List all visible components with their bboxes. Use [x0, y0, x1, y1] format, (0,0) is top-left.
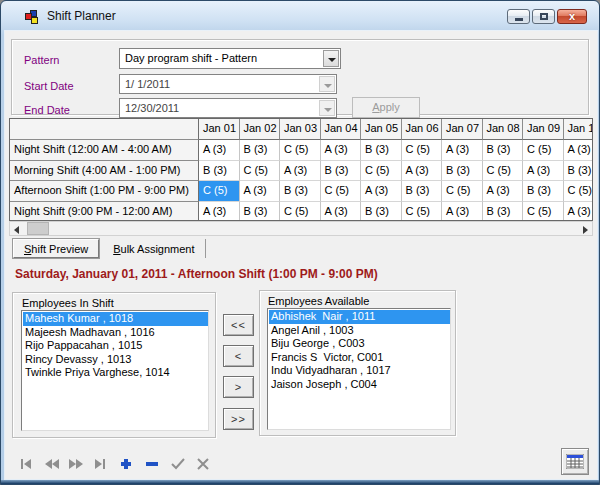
grid-cell[interactable]: C (5) [523, 202, 564, 222]
grid-cell[interactable]: C (5) [402, 202, 443, 222]
grid-cell[interactable]: A (3) [321, 140, 362, 161]
shift-schedule-grid[interactable]: Jan 01Jan 02Jan 03Jan 04Jan 05Jan 06Jan … [9, 118, 593, 221]
grid-cell[interactable]: C (5) [442, 181, 483, 202]
grid-row-label[interactable]: Night Shift (12:00 AM - 4:00 AM) [10, 140, 199, 161]
grid-column-header[interactable]: Jan 02 [240, 119, 281, 140]
grid-cell[interactable]: B (3) [402, 181, 443, 202]
grid-corner-cell [10, 119, 199, 140]
list-item[interactable]: Rijo Pappacahan , 1015 [23, 339, 208, 353]
grid-cell[interactable]: A (3) [442, 202, 483, 222]
list-item[interactable]: Indu Vidyadharan , 1017 [269, 364, 450, 378]
minimize-button[interactable] [507, 9, 530, 24]
grid-cell[interactable]: C (5) [523, 140, 564, 161]
employees-available-listbox[interactable]: Abhishek Nair , 1011Angel Anil , 1003Bij… [267, 308, 451, 430]
grid-column-header[interactable]: Jan 08 [483, 119, 524, 140]
nav-first-record-icon[interactable] [18, 455, 36, 473]
employees-in-shift-listbox[interactable]: Mahesh Kumar , 1018Majeesh Madhavan , 10… [21, 310, 209, 431]
move-right-button[interactable]: > [223, 376, 254, 398]
grid-cell[interactable]: B (3) [361, 140, 402, 161]
list-item[interactable]: Biju George , C003 [269, 337, 450, 351]
pattern-dropdown-button[interactable] [323, 50, 339, 67]
start-date-picker[interactable]: 1/ 1/2011 [119, 74, 337, 94]
add-record-icon[interactable] [117, 455, 135, 473]
grid-cell[interactable]: A (3) [280, 161, 321, 182]
scroll-right-arrow-icon[interactable] [577, 222, 592, 235]
grid-cell[interactable]: B (3) [280, 181, 321, 202]
grid-column-header[interactable]: Jan 03 [280, 119, 321, 140]
nav-previous-page-icon[interactable] [43, 455, 61, 473]
grid-row-label[interactable]: Afternoon Shift (1:00 PM - 9:00 PM) [10, 181, 199, 202]
list-item[interactable]: Jaison Joseph , C004 [269, 378, 450, 392]
grid-column-header[interactable]: Jan 06 [402, 119, 443, 140]
tab-bulk-assignment[interactable]: Bulk Assignment [103, 239, 205, 258]
grid-cell[interactable]: A (3) [402, 161, 443, 182]
grid-cell[interactable]: B (3) [564, 161, 594, 182]
grid-cell[interactable]: A (3) [199, 202, 240, 222]
grid-cell[interactable]: A (3) [199, 140, 240, 161]
grid-column-header[interactable]: Jan 01 [199, 119, 240, 140]
grid-cell[interactable]: C (5) [321, 181, 362, 202]
table-icon [566, 454, 584, 469]
grid-cell[interactable]: A (3) [483, 181, 524, 202]
list-item[interactable]: Angel Anil , 1003 [269, 324, 450, 338]
grid-cell[interactable]: C (5) [402, 140, 443, 161]
grid-cell[interactable]: B (3) [442, 161, 483, 182]
grid-cell[interactable]: B (3) [361, 202, 402, 222]
list-item[interactable]: Twinkle Priya Varghese, 1014 [23, 366, 208, 380]
grid-cell[interactable]: C (5) [280, 140, 321, 161]
grid-cell[interactable]: B (3) [483, 140, 524, 161]
tab-shift-preview[interactable]: Shift Preview [13, 239, 99, 258]
list-item-selected[interactable]: Mahesh Kumar , 1018 [23, 312, 208, 326]
grid-cell[interactable]: A (3) [442, 140, 483, 161]
grid-column-header[interactable]: Jan 10 [564, 119, 594, 140]
scroll-left-arrow-icon[interactable] [10, 222, 25, 235]
list-item-selected[interactable]: Abhishek Nair , 1011 [269, 310, 450, 324]
grid-column-header[interactable]: Jan 07 [442, 119, 483, 140]
grid-cell[interactable]: C (5) [280, 202, 321, 222]
nav-next-page-icon[interactable] [67, 455, 85, 473]
maximize-button[interactable] [532, 9, 555, 24]
grid-column-header[interactable]: Jan 05 [361, 119, 402, 140]
grid-row-label[interactable]: Morning Shift (4:00 AM - 1:00 PM) [10, 161, 199, 182]
nav-last-record-icon[interactable] [90, 455, 108, 473]
list-item[interactable]: Rincy Devassy , 1013 [23, 353, 208, 367]
grid-cell[interactable]: A (3) [564, 140, 594, 161]
grid-cell-selected[interactable]: C (5) [199, 181, 240, 202]
move-all-left-button[interactable]: << [223, 314, 254, 336]
grid-cell[interactable]: B (3) [199, 161, 240, 182]
end-date-picker[interactable]: 12/30/2011 [119, 98, 337, 118]
grid-row-label[interactable]: Night Shift (9:00 PM - 12:00 AM) [10, 202, 199, 222]
grid-cell[interactable]: A (3) [240, 181, 281, 202]
grid-cell[interactable]: C (5) [240, 161, 281, 182]
scrollbar-thumb[interactable] [27, 222, 49, 235]
close-button[interactable]: x [557, 9, 587, 24]
grid-cell[interactable]: A (3) [321, 202, 362, 222]
grid-cell[interactable]: B (3) [321, 161, 362, 182]
remove-record-icon[interactable] [143, 455, 161, 473]
grid-cell[interactable]: A (3) [361, 181, 402, 202]
grid-cell[interactable]: A (3) [564, 202, 594, 222]
grid-cell[interactable]: B (3) [240, 202, 281, 222]
grid-cell[interactable]: C (5) [564, 181, 594, 202]
grid-column-header[interactable]: Jan 04 [321, 119, 362, 140]
grid-cell[interactable]: C (5) [361, 161, 402, 182]
title-bar[interactable]: Shift Planner x [1, 1, 599, 31]
confirm-check-icon[interactable] [169, 455, 187, 473]
move-left-button[interactable]: < [223, 345, 254, 367]
start-date-value: 1/ 1/2011 [125, 78, 170, 90]
grid-column-header[interactable]: Jan 09 [523, 119, 564, 140]
grid-horizontal-scrollbar[interactable] [9, 221, 593, 236]
list-item[interactable]: Majeesh Madhavan , 1016 [23, 326, 208, 340]
grid-view-button[interactable] [561, 448, 589, 475]
grid-cell[interactable]: B (3) [240, 140, 281, 161]
list-item[interactable]: Francis S Victor, C001 [269, 351, 450, 365]
grid-cell[interactable]: C (5) [483, 161, 524, 182]
move-all-right-button[interactable]: >> [223, 408, 254, 430]
pattern-dropdown[interactable]: Day program shift - Pattern [119, 48, 341, 69]
apply-button[interactable]: Apply [352, 97, 420, 118]
cancel-x-icon[interactable] [194, 455, 212, 473]
employees-available-list: Abhishek Nair , 1011Angel Anil , 1003Bij… [268, 309, 450, 391]
grid-cell[interactable]: B (3) [523, 181, 564, 202]
grid-cell[interactable]: B (3) [483, 202, 524, 222]
grid-cell[interactable]: A (3) [523, 161, 564, 182]
